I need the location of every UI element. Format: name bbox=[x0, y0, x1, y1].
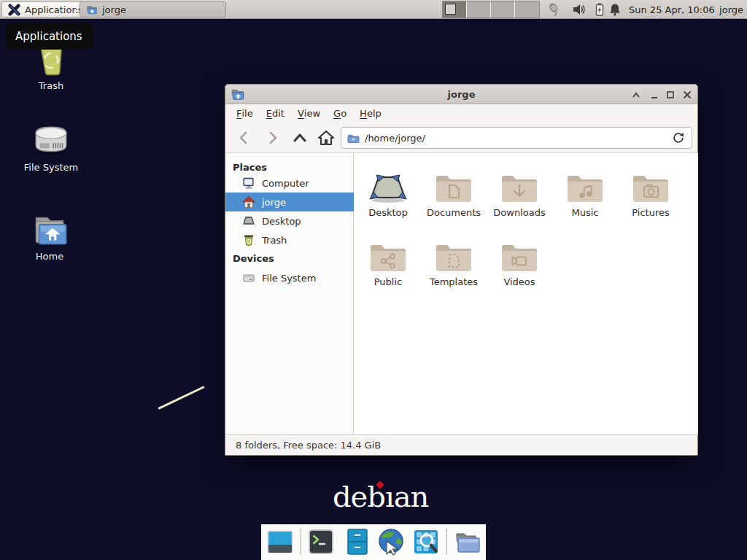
applications-tooltip: Applications bbox=[5, 23, 93, 50]
file-item-label: Pictures bbox=[632, 207, 669, 218]
workspace-2[interactable] bbox=[467, 1, 491, 18]
file-item-desktop[interactable]: Desktop bbox=[355, 160, 421, 227]
file-item-label: Music bbox=[572, 207, 599, 218]
file-item-pictures[interactable]: Pictures bbox=[618, 160, 684, 227]
menu-file[interactable]: File bbox=[230, 104, 260, 122]
top-panel: Applications jorge bbox=[0, 0, 747, 19]
file-item-templates[interactable]: Templates bbox=[421, 229, 487, 296]
desktop-folder-icon bbox=[368, 170, 409, 205]
sidebar: Places Computer jorge bbox=[225, 153, 354, 435]
file-item-music[interactable]: Music bbox=[552, 160, 618, 227]
panel-grip[interactable] bbox=[75, 4, 78, 15]
computer-icon bbox=[242, 176, 255, 190]
templates-folder-icon bbox=[434, 241, 473, 274]
address-bar[interactable] bbox=[341, 127, 692, 149]
trash-small-icon bbox=[242, 233, 255, 246]
sidebar-item-desktop[interactable]: Desktop bbox=[225, 211, 354, 230]
reload-icon[interactable] bbox=[671, 131, 686, 145]
file-item-label: Documents bbox=[427, 207, 481, 218]
dock-folder-button[interactable] bbox=[452, 527, 481, 556]
back-button[interactable] bbox=[234, 128, 255, 148]
workspace-1[interactable] bbox=[443, 1, 467, 18]
file-item-label: Templates bbox=[430, 276, 478, 287]
downloads-folder-icon bbox=[500, 171, 539, 205]
notifications-bell-icon[interactable] bbox=[608, 2, 622, 17]
videos-folder-icon bbox=[500, 241, 539, 274]
file-item-downloads[interactable]: Downloads bbox=[487, 160, 552, 227]
file-item-label: Downloads bbox=[493, 207, 545, 218]
bottom-dock bbox=[261, 524, 486, 560]
dock-terminal-button[interactable] bbox=[306, 527, 336, 556]
desktop-icon-label: File System bbox=[24, 162, 78, 173]
user-home-icon bbox=[242, 195, 255, 209]
sidebar-item-label: jorge bbox=[262, 197, 286, 208]
up-icon bbox=[291, 129, 309, 147]
panel-clock[interactable]: Sun 25 Apr, 10:06 bbox=[629, 0, 715, 19]
forward-button[interactable] bbox=[262, 128, 282, 148]
status-text: 8 folders, Free space: 14.4 GiB bbox=[236, 440, 381, 451]
applications-menu-label: Applications bbox=[25, 4, 82, 15]
sidebar-item-filesystem[interactable]: File System bbox=[225, 268, 354, 287]
file-item-public[interactable]: Public bbox=[355, 229, 421, 296]
desktop-icon-label: Home bbox=[36, 251, 63, 262]
home-button[interactable] bbox=[316, 128, 336, 148]
dock-separator bbox=[301, 529, 301, 555]
desktop-icon-home[interactable]: Home bbox=[15, 213, 85, 262]
sidebar-item-jorge[interactable]: jorge bbox=[225, 192, 354, 211]
window-title: jorge bbox=[225, 85, 697, 104]
debian-logo: debıan bbox=[333, 480, 428, 518]
home-folder-icon bbox=[86, 4, 98, 15]
show-desktop-icon bbox=[266, 527, 295, 556]
public-folder-icon bbox=[368, 241, 408, 274]
dock-show-desktop-button[interactable] bbox=[266, 527, 295, 556]
window-titlebar[interactable]: jorge bbox=[225, 85, 697, 104]
workspace-4[interactable] bbox=[515, 1, 539, 18]
shade-button[interactable] bbox=[629, 88, 643, 101]
file-item-label: Videos bbox=[503, 276, 535, 287]
file-item-videos[interactable]: Videos bbox=[487, 229, 552, 296]
file-list: Desktop Documents Downloads bbox=[354, 153, 698, 435]
workspace-switcher bbox=[442, 1, 540, 18]
minimize-button[interactable] bbox=[647, 88, 662, 101]
sidebar-item-trash[interactable]: Trash bbox=[225, 230, 354, 249]
desktop-icon bbox=[242, 214, 255, 228]
menu-view[interactable]: View bbox=[291, 104, 327, 122]
menu-help[interactable]: Help bbox=[353, 104, 388, 122]
hard-drive-icon bbox=[34, 122, 69, 159]
pictures-folder-icon bbox=[631, 171, 670, 205]
sidebar-header-places: Places bbox=[233, 159, 267, 175]
maximize-button[interactable] bbox=[663, 88, 678, 101]
menu-go[interactable]: Go bbox=[327, 104, 353, 122]
battery-charging-icon[interactable] bbox=[592, 2, 607, 17]
address-folder-icon bbox=[347, 132, 360, 144]
sidebar-item-label: Computer bbox=[262, 178, 309, 189]
terminal-icon bbox=[306, 527, 336, 556]
network-cable-icon[interactable] bbox=[547, 2, 562, 17]
volume-icon[interactable] bbox=[572, 2, 587, 17]
statusbar: 8 folders, Free space: 14.4 GiB bbox=[225, 434, 697, 455]
workspace-3[interactable] bbox=[491, 1, 515, 18]
menubar: File Edit View Go Help bbox=[225, 104, 697, 122]
music-folder-icon bbox=[565, 171, 605, 205]
close-icon bbox=[683, 90, 692, 99]
address-input[interactable] bbox=[365, 133, 666, 144]
menu-edit[interactable]: Edit bbox=[260, 104, 291, 122]
sidebar-item-label: File System bbox=[262, 273, 316, 284]
taskbar-window-button[interactable]: jorge bbox=[80, 1, 226, 18]
desktop-icon-filesystem[interactable]: File System bbox=[16, 122, 86, 173]
panel-username[interactable]: jorge bbox=[719, 0, 743, 19]
home-icon bbox=[317, 128, 336, 147]
close-button[interactable] bbox=[680, 88, 694, 101]
file-cabinet-icon bbox=[343, 527, 372, 556]
sidebar-item-label: Trash bbox=[262, 235, 287, 246]
sidebar-header-devices: Devices bbox=[233, 250, 274, 266]
sidebar-item-computer[interactable]: Computer bbox=[225, 174, 354, 192]
dock-web-browser-button[interactable] bbox=[376, 527, 406, 556]
dock-separator bbox=[446, 529, 447, 555]
dock-app-finder-button[interactable] bbox=[411, 527, 441, 556]
documents-folder-icon bbox=[434, 171, 473, 205]
home-folder-icon bbox=[31, 213, 68, 248]
dock-file-manager-button[interactable] bbox=[343, 527, 372, 556]
file-item-documents[interactable]: Documents bbox=[421, 160, 487, 227]
up-button[interactable] bbox=[290, 128, 310, 148]
